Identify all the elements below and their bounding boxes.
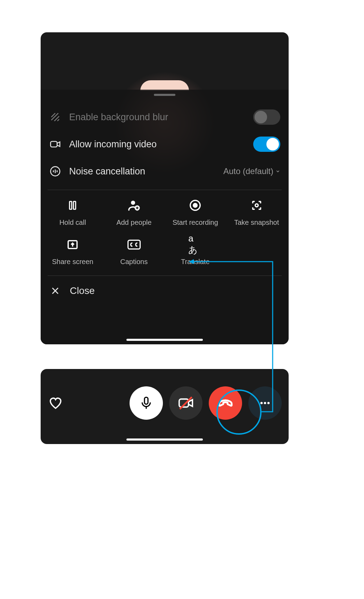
video-label: Allow incoming video — [69, 139, 253, 150]
share-screen-label: Share screen — [52, 258, 93, 266]
close-icon — [49, 285, 61, 297]
hold-call-label: Hold call — [59, 219, 86, 227]
add-people-label: Add people — [116, 219, 151, 227]
avatar-partial — [140, 80, 189, 91]
home-indicator[interactable] — [126, 339, 203, 341]
ellipsis-icon — [258, 396, 272, 410]
background-blur-row: Enable background blur — [41, 104, 289, 131]
call-controls-bar — [41, 369, 289, 444]
home-indicator-2[interactable] — [126, 438, 203, 441]
pause-icon — [66, 198, 80, 212]
take-snapshot-button[interactable]: Take snapshot — [226, 198, 288, 227]
svg-point-16 — [267, 402, 270, 404]
divider-2 — [48, 276, 282, 276]
record-icon — [188, 198, 202, 212]
noise-cancel-row[interactable]: Noise cancellation Auto (default) — [41, 158, 289, 185]
add-people-button[interactable]: Add people — [104, 198, 165, 227]
svg-rect-0 — [51, 141, 57, 147]
add-person-icon — [127, 198, 141, 212]
svg-rect-11 — [144, 397, 148, 404]
end-call-button[interactable] — [209, 386, 242, 420]
translate-label: Translate — [181, 258, 210, 266]
close-label: Close — [70, 285, 95, 296]
captions-button[interactable]: Captions — [104, 238, 165, 266]
share-screen-button[interactable]: Share screen — [42, 238, 104, 266]
more-options-button[interactable] — [248, 386, 282, 420]
blur-icon — [49, 111, 61, 123]
sheet-grabber[interactable] — [154, 94, 175, 96]
svg-point-14 — [260, 402, 263, 404]
translate-button[interactable]: aあ Translate — [165, 238, 226, 266]
chevron-down-icon — [275, 169, 280, 174]
hold-call-button[interactable]: Hold call — [42, 198, 104, 227]
options-sheet: Enable background blur Allow incoming vi… — [41, 90, 289, 344]
translate-icon: aあ — [188, 238, 202, 252]
svg-rect-10 — [128, 240, 140, 249]
video-off-icon — [178, 395, 194, 411]
camera-button[interactable] — [169, 386, 202, 420]
svg-point-8 — [255, 204, 258, 207]
noise-value[interactable]: Auto (default) — [223, 166, 280, 176]
noise-label: Noise cancellation — [69, 166, 223, 177]
video-icon — [49, 138, 61, 150]
call-options-sheet: Enable background blur Allow incoming vi… — [41, 32, 289, 344]
hangup-icon — [217, 395, 234, 411]
svg-rect-3 — [74, 202, 76, 210]
svg-rect-2 — [70, 202, 72, 210]
captions-label: Captions — [120, 258, 148, 266]
snapshot-label: Take snapshot — [234, 219, 279, 227]
action-grid: Hold call Add people — [41, 190, 289, 266]
noise-value-text: Auto (default) — [223, 166, 273, 176]
noise-icon — [49, 165, 61, 178]
react-button[interactable] — [48, 395, 64, 411]
close-button[interactable]: Close — [41, 277, 289, 304]
start-recording-button[interactable]: Start recording — [165, 198, 226, 227]
blur-label: Enable background blur — [69, 112, 253, 123]
mute-button[interactable] — [130, 386, 163, 420]
share-screen-icon — [66, 238, 80, 252]
microphone-icon — [139, 396, 153, 410]
snapshot-icon — [250, 198, 264, 212]
blur-toggle[interactable] — [253, 109, 280, 125]
svg-point-4 — [131, 201, 135, 205]
incoming-video-row: Allow incoming video — [41, 131, 289, 158]
captions-icon — [127, 238, 141, 252]
svg-point-15 — [264, 402, 266, 404]
record-label: Start recording — [173, 219, 218, 227]
incoming-video-toggle[interactable] — [253, 137, 280, 152]
svg-point-7 — [193, 203, 198, 208]
